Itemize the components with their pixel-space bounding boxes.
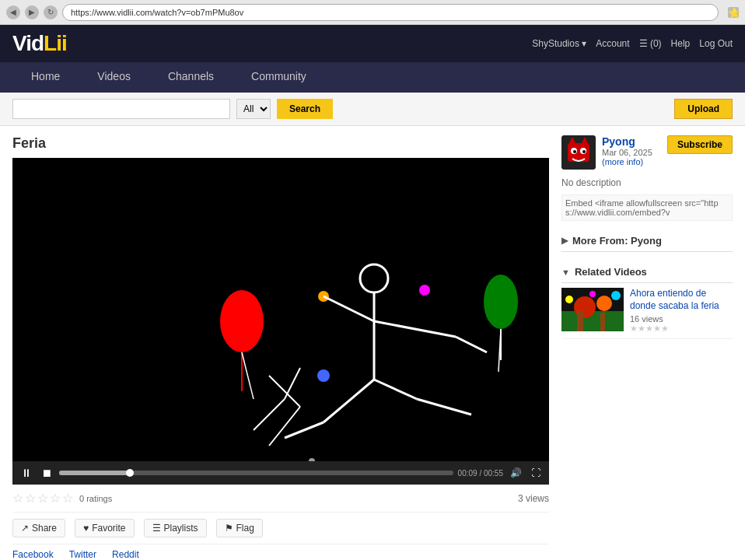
channel-description: No description <box>561 177 733 188</box>
more-from-section: ▶ More From: Pyong <box>561 230 733 252</box>
svg-point-1 <box>220 290 264 352</box>
video-meta: ☆☆☆☆☆ 0 ratings 3 views <box>12 491 549 513</box>
main-nav: Home Videos Channels Community <box>0 62 745 93</box>
upload-button[interactable]: Upload <box>674 99 733 119</box>
fullscreen-button[interactable]: ⛶ <box>529 467 543 478</box>
video-player[interactable] <box>12 158 549 461</box>
sidebar: Pyong Mar 06, 2025 (more info) Subscribe… <box>561 135 733 560</box>
svg-point-29 <box>582 150 586 153</box>
browser-bar: ◀ ▶ ↻ https://www.vidlii.com/watch?v=ob7… <box>0 0 745 25</box>
reddit-link[interactable]: Reddit <box>112 549 139 560</box>
nav-home[interactable]: Home <box>12 62 79 93</box>
svg-rect-36 <box>577 311 583 331</box>
svg-rect-0 <box>20 158 541 461</box>
messages-link[interactable]: ☰ (0) <box>639 38 662 49</box>
video-controls: ⏸ ⏹ 00:09 / 00:55 🔊 ⛶ <box>12 461 549 485</box>
channel-info: Pyong Mar 06, 2025 (more info) Subscribe <box>561 135 733 170</box>
related-title: Related Videos <box>575 266 647 278</box>
avatar-image <box>561 135 596 170</box>
svg-rect-25 <box>568 143 589 162</box>
site-header: VidLii ShyStudios ▾ Account ☰ (0) Help L… <box>0 25 745 93</box>
related-video-title[interactable]: Ahora entiendo de donde sacaba la feria <box>630 288 733 312</box>
related-section: ▼ Related Videos <box>561 261 733 339</box>
logo-vid: Vid <box>12 31 44 55</box>
nav-channels[interactable]: Channels <box>149 62 233 93</box>
progress-fill <box>59 471 130 475</box>
user-dropdown[interactable]: ShyStudios ▾ <box>532 38 586 49</box>
rating-section: ☆☆☆☆☆ 0 ratings <box>12 491 112 506</box>
action-buttons: ↗ Share ♥ Favorite ☰ Playlists ⚑ Flag <box>12 513 549 544</box>
share-links: Facebook Twitter Reddit <box>12 544 549 560</box>
svg-point-35 <box>596 296 612 311</box>
nav-videos[interactable]: Videos <box>79 62 149 93</box>
more-from-arrow: ▶ <box>561 236 568 246</box>
logo-lii: Lii <box>44 31 67 55</box>
channel-avatar[interactable] <box>561 135 596 170</box>
search-button[interactable]: Search <box>277 99 333 119</box>
video-canvas <box>12 158 549 461</box>
related-video-item[interactable]: Ahora entiendo de donde sacaba la feria … <box>561 283 733 339</box>
svg-point-39 <box>611 291 621 300</box>
svg-point-38 <box>565 296 573 303</box>
channel-name[interactable]: Pyong <box>602 135 661 148</box>
svg-point-40 <box>589 291 596 297</box>
svg-point-7 <box>317 369 330 382</box>
channel-date: Mar 06, 2025 <box>602 148 661 157</box>
back-button[interactable]: ◀ <box>6 5 20 19</box>
video-title: Feria <box>12 135 549 152</box>
related-video-views: 16 views <box>630 314 733 324</box>
channel-details: Pyong Mar 06, 2025 (more info) <box>602 135 661 166</box>
url-text: https://www.vidlii.com/watch?v=ob7mPMu8o… <box>71 8 243 17</box>
browser-bookmark[interactable]: ⭐ <box>728 7 739 18</box>
playlists-button[interactable]: ☰ Playlists <box>144 519 207 537</box>
embed-section: Embed <iframe allowfullscreen src="https… <box>561 194 733 221</box>
share-button[interactable]: ↗ Share <box>12 519 65 537</box>
refresh-button[interactable]: ↻ <box>44 5 58 19</box>
subscribe-button[interactable]: Subscribe <box>667 135 733 154</box>
more-from-header[interactable]: ▶ More From: Pyong <box>561 230 733 252</box>
twitter-link[interactable]: Twitter <box>69 549 96 560</box>
facebook-link[interactable]: Facebook <box>12 549 54 560</box>
search-input[interactable] <box>12 99 230 119</box>
favorite-icon: ♥ <box>83 523 89 534</box>
volume-button[interactable]: 🔊 <box>508 467 524 478</box>
site-logo[interactable]: VidLii <box>12 31 67 56</box>
svg-point-28 <box>573 150 576 153</box>
related-thumb <box>561 288 624 331</box>
related-arrow: ▼ <box>561 268 570 277</box>
header-top: VidLii ShyStudios ▾ Account ☰ (0) Help L… <box>0 25 745 62</box>
playlist-icon: ☰ <box>152 523 161 534</box>
url-bar[interactable]: https://www.vidlii.com/watch?v=ob7mPMu8o… <box>62 4 719 21</box>
header-user-links: ShyStudios ▾ Account ☰ (0) Help Log Out <box>532 38 733 49</box>
time-display: 00:09 / 00:55 <box>458 469 503 478</box>
progress-dot <box>126 469 134 477</box>
embed-label: Embed <box>565 198 593 208</box>
help-link[interactable]: Help <box>671 38 691 49</box>
share-icon: ↗ <box>21 523 29 534</box>
related-info: Ahora entiendo de donde sacaba la feria … <box>630 288 733 334</box>
search-filter[interactable]: All <box>236 99 271 119</box>
svg-rect-37 <box>600 313 605 331</box>
flag-button[interactable]: ⚑ Flag <box>216 519 263 537</box>
star-rating[interactable]: ☆☆☆☆☆ <box>12 491 75 506</box>
related-header[interactable]: ▼ Related Videos <box>561 261 733 283</box>
nav-community[interactable]: Community <box>233 62 325 93</box>
related-video-stars: ★★★★★ <box>630 324 733 334</box>
svg-point-6 <box>419 285 430 296</box>
channel-more-info[interactable]: (more info) <box>602 157 661 166</box>
views-count: 3 views <box>518 493 549 504</box>
more-from-title: More From: Pyong <box>572 235 662 247</box>
forward-button[interactable]: ▶ <box>25 5 39 19</box>
video-section: Feria <box>12 135 549 560</box>
flag-icon: ⚑ <box>225 523 233 534</box>
progress-bar[interactable] <box>59 471 453 475</box>
ratings-count: 0 ratings <box>79 494 112 503</box>
stop-button[interactable]: ⏹ <box>39 467 54 479</box>
main-content: Feria <box>0 126 745 560</box>
favorite-button[interactable]: ♥ Favorite <box>75 519 134 537</box>
related-thumb-image <box>561 288 624 331</box>
search-bar: All Search Upload <box>0 93 745 126</box>
logout-link[interactable]: Log Out <box>699 38 733 49</box>
pause-button[interactable]: ⏸ <box>19 467 34 479</box>
account-link[interactable]: Account <box>596 38 629 49</box>
